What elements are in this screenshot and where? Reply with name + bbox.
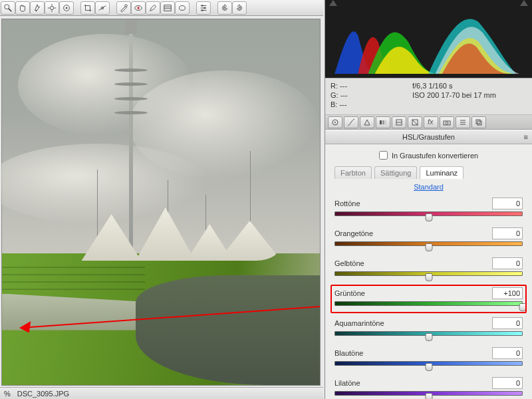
info-aperture: f/6,3 1/160 s (412, 81, 527, 90)
section-hsl-icon[interactable] (376, 116, 390, 128)
slider-label: Grüntöne (334, 289, 365, 297)
svg-point-27 (334, 122, 336, 123)
slider-thumb[interactable] (519, 303, 527, 311)
info-g: G: --- (331, 90, 412, 100)
slider-thumb[interactable] (425, 333, 432, 341)
slider-row-aquamarintöne: Aquamarintöne (334, 317, 523, 339)
svg-text:fx: fx (428, 118, 434, 126)
slider-track[interactable] (334, 331, 523, 339)
graduated-filter-tool[interactable] (160, 1, 175, 15)
radial-filter-tool[interactable] (175, 1, 190, 15)
section-fx-icon[interactable]: fx (424, 116, 438, 128)
panel-section-tabs: fx (325, 115, 532, 130)
tab-saturation[interactable]: Sättigung (374, 166, 417, 179)
color-sampler-tool[interactable] (45, 1, 59, 15)
section-snapshots-icon[interactable] (471, 116, 486, 128)
svg-point-8 (66, 7, 68, 9)
section-header: HSL/Graustufen ≡ (325, 130, 532, 144)
filename: DSC_3095.JPG (17, 390, 69, 398)
info-b: B: --- (331, 100, 412, 109)
zoom-percent[interactable]: % (4, 390, 11, 398)
annotation-arrow (2, 19, 320, 385)
svg-marker-25 (21, 323, 30, 332)
info-r: R: --- (331, 81, 412, 90)
slider-track[interactable] (334, 301, 523, 309)
svg-line-9 (99, 6, 106, 11)
svg-point-17 (180, 6, 186, 11)
svg-point-37 (446, 122, 448, 124)
zoom-tool[interactable] (1, 1, 15, 15)
slider-thumb[interactable] (425, 393, 432, 399)
tab-hue[interactable]: Farbton (334, 166, 372, 179)
section-basic-icon[interactable] (328, 116, 342, 128)
slider-label: Rottöne (334, 200, 360, 207)
slider-label: Gelbtöne (334, 259, 364, 267)
adjustment-brush-tool[interactable] (146, 1, 160, 15)
svg-point-2 (50, 6, 53, 9)
svg-rect-28 (380, 120, 382, 124)
spot-removal-tool[interactable] (116, 1, 131, 15)
info-iso: ISO 200 17-70 bei 17 mm (412, 90, 527, 100)
section-split-icon[interactable] (392, 116, 406, 128)
svg-point-22 (203, 7, 205, 9)
targeted-adjust-tool[interactable] (59, 1, 74, 15)
grayscale-checkbox[interactable] (379, 151, 388, 160)
slider-thumb[interactable] (425, 213, 432, 221)
section-menu-icon[interactable]: ≡ (524, 133, 528, 141)
slider-value-input[interactable] (492, 347, 523, 359)
slider-value-input[interactable] (492, 227, 523, 239)
slider-value-input[interactable] (492, 317, 523, 329)
preferences-tool[interactable] (196, 1, 211, 15)
white-balance-tool[interactable] (30, 1, 45, 15)
slider-value-input[interactable] (492, 198, 523, 209)
section-presets-icon[interactable] (456, 116, 470, 128)
top-toolbar (0, 0, 323, 16)
slider-value-input[interactable] (492, 287, 523, 299)
develop-panel: R: --- G: --- B: --- f/6,3 1/160 s ISO 2… (325, 0, 532, 399)
slider-thumb[interactable] (425, 243, 432, 251)
slider-row-grüntöne: Grüntöne (334, 287, 523, 309)
section-lens-icon[interactable] (408, 116, 422, 128)
slider-track[interactable] (334, 211, 523, 219)
tab-luminance[interactable]: Luminanz (420, 166, 464, 179)
slider-value-input[interactable] (492, 377, 523, 389)
straighten-tool[interactable] (95, 1, 110, 15)
crop-tool[interactable] (80, 1, 95, 15)
svg-line-1 (9, 9, 11, 11)
rotate-cw-tool[interactable] (232, 1, 247, 15)
slider-label: Aquamarintöne (334, 319, 384, 327)
section-title: HSL/Graustufen (402, 133, 455, 141)
redeye-tool[interactable] (131, 1, 146, 15)
slider-track[interactable] (334, 361, 523, 369)
footer-bar: % DSC_3095.JPG (0, 387, 323, 399)
slider-track[interactable] (334, 271, 523, 279)
slider-value-input[interactable] (492, 257, 523, 269)
slider-label: Orangetöne (334, 229, 373, 237)
rotate-ccw-tool[interactable] (217, 1, 232, 15)
image-info: R: --- G: --- B: --- f/6,3 1/160 s ISO 2… (325, 78, 532, 115)
slider-thumb[interactable] (425, 273, 432, 281)
slider-row-orangetöne: Orangetöne (334, 227, 523, 249)
section-detail-icon[interactable] (360, 116, 374, 128)
slider-label: Blautöne (334, 349, 363, 357)
grayscale-checkbox-row[interactable]: In Graustufen konvertieren (334, 151, 523, 160)
grayscale-label: In Graustufen konvertieren (392, 152, 478, 160)
highlight-clip-toggle[interactable] (520, 0, 528, 6)
slider-track[interactable] (334, 391, 523, 399)
histogram[interactable] (325, 0, 532, 78)
shadow-clip-toggle[interactable] (329, 0, 337, 6)
hand-tool[interactable] (15, 1, 30, 15)
slider-row-gelbtöne: Gelbtöne (334, 257, 523, 279)
slider-row-rottöne: Rottöne (334, 198, 523, 219)
slider-thumb[interactable] (425, 363, 432, 371)
section-camera-icon[interactable] (440, 116, 454, 128)
slider-track[interactable] (334, 241, 523, 249)
svg-point-23 (201, 9, 203, 11)
svg-point-21 (201, 5, 203, 7)
svg-point-13 (137, 7, 140, 9)
image-preview[interactable] (1, 19, 321, 386)
standard-link[interactable]: Standard (414, 183, 444, 191)
svg-rect-30 (385, 120, 386, 124)
svg-rect-42 (477, 121, 481, 125)
section-curve-icon[interactable] (344, 116, 358, 128)
